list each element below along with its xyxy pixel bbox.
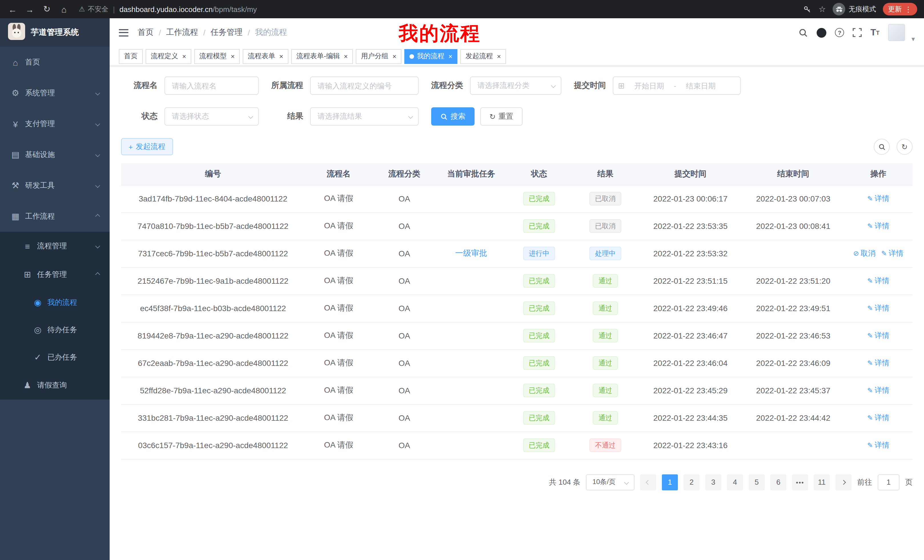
sidebar-item-4[interactable]: ⚒ 研发工具 bbox=[0, 170, 110, 201]
category-select[interactable]: 请选择流程分类 bbox=[470, 76, 561, 95]
page-size-select[interactable]: 10条/页 bbox=[586, 474, 634, 490]
page-button-2[interactable]: 3 bbox=[705, 474, 721, 490]
sidebar-item-7[interactable]: ⊞ 任务管理 bbox=[0, 260, 110, 289]
page-button-1[interactable]: 2 bbox=[684, 474, 700, 490]
help-icon[interactable]: ? bbox=[835, 28, 844, 37]
close-icon[interactable]: × bbox=[344, 52, 348, 60]
security-label: 不安全 bbox=[88, 4, 108, 14]
tab-5[interactable]: 用户分组 × bbox=[356, 49, 402, 64]
cell-status: 进行中 bbox=[506, 240, 572, 267]
browser-home-icon[interactable]: ⌂ bbox=[58, 4, 70, 14]
bookmark-star-icon[interactable]: ☆ bbox=[819, 4, 826, 14]
tab-2[interactable]: 流程模型 × bbox=[194, 49, 240, 64]
close-icon[interactable]: × bbox=[182, 52, 186, 60]
refresh-table-icon[interactable]: ↻ bbox=[897, 139, 913, 155]
page-button-6[interactable]: ••• bbox=[792, 474, 808, 490]
sidebar-item-10[interactable]: ✓ 已办任务 bbox=[0, 344, 110, 371]
page-button-7[interactable]: 11 bbox=[814, 474, 830, 490]
tab-7[interactable]: 发起流程 × bbox=[460, 49, 506, 64]
search-label: 搜索 bbox=[451, 111, 465, 121]
table-row-1: 7470a810-7b9b-11ec-b5b7-acde48001122 OA … bbox=[121, 213, 913, 240]
edit-icon: ✎ bbox=[867, 359, 873, 367]
search-icon[interactable] bbox=[798, 28, 808, 37]
cell-task bbox=[436, 431, 506, 459]
tab-1[interactable]: 流程定义 × bbox=[146, 49, 191, 64]
sidebar-item-6[interactable]: ≡ 流程管理 bbox=[0, 232, 110, 260]
key-icon[interactable] bbox=[803, 5, 812, 13]
status-select[interactable]: 请选择状态 bbox=[165, 107, 259, 126]
detail-action[interactable]: ✎详情 bbox=[867, 331, 890, 341]
sidebar-item-5[interactable]: ▦ 工作流程 bbox=[0, 201, 110, 232]
detail-action[interactable]: ✎详情 bbox=[867, 385, 890, 395]
page-button-0[interactable]: 1 bbox=[662, 474, 678, 490]
page-button-5[interactable]: 6 bbox=[770, 474, 786, 490]
detail-action[interactable]: ✎详情 bbox=[867, 358, 890, 368]
sidebar-item-1[interactable]: ⚙ 系统管理 bbox=[0, 78, 110, 108]
tab-3[interactable]: 流程表单 × bbox=[243, 49, 288, 64]
breadcrumb-item-0[interactable]: 首页 bbox=[138, 27, 154, 38]
goto-page-input[interactable] bbox=[878, 474, 900, 490]
sidebar-item-8[interactable]: ◉ 我的流程 bbox=[0, 289, 110, 316]
detail-action[interactable]: ✎详情 bbox=[867, 193, 890, 204]
submit-time-range[interactable]: ⊞ - bbox=[613, 76, 741, 95]
sidebar-item-9[interactable]: ◎ 待办任务 bbox=[0, 316, 110, 344]
cell-result: 已取消 bbox=[572, 185, 639, 213]
update-button[interactable]: 更新 ⋮ bbox=[883, 3, 917, 15]
detail-action[interactable]: ✎详情 bbox=[881, 248, 903, 259]
chevron-down-icon bbox=[95, 121, 100, 126]
search-button[interactable]: 搜索 bbox=[431, 107, 475, 126]
avatar-caret-icon[interactable]: ▼ bbox=[910, 36, 916, 42]
prev-page-button[interactable] bbox=[640, 474, 656, 490]
detail-action[interactable]: ✎详情 bbox=[867, 440, 890, 451]
next-page-button[interactable] bbox=[836, 474, 852, 490]
reload-icon[interactable]: ↻ bbox=[41, 4, 52, 14]
cancel-action[interactable]: ⊘取消 bbox=[853, 248, 876, 259]
task-link[interactable]: 一级审批 bbox=[455, 248, 487, 258]
page-button-4[interactable]: 5 bbox=[748, 474, 765, 490]
create-process-button[interactable]: + 发起流程 bbox=[121, 138, 173, 155]
tab-4[interactable]: 流程表单-编辑 × bbox=[291, 49, 353, 64]
close-icon[interactable]: × bbox=[448, 52, 452, 60]
page-button-3[interactable]: 4 bbox=[727, 474, 743, 490]
github-icon[interactable] bbox=[817, 28, 826, 37]
font-size-icon[interactable]: TT bbox=[870, 27, 879, 38]
menu-kebab-icon[interactable]: ⋮ bbox=[904, 5, 912, 13]
detail-action[interactable]: ✎详情 bbox=[867, 303, 890, 313]
tab-6[interactable]: 我的流程 × bbox=[404, 49, 458, 64]
close-icon[interactable]: × bbox=[392, 52, 396, 60]
sidebar-item-11[interactable]: ♟ 请假查询 bbox=[0, 371, 110, 400]
close-icon[interactable]: × bbox=[279, 52, 283, 60]
process-name-input[interactable] bbox=[165, 76, 259, 95]
forward-icon[interactable]: → bbox=[24, 4, 35, 14]
sidebar-item-0[interactable]: ⌂ 首页 bbox=[0, 47, 110, 78]
detail-action[interactable]: ✎详情 bbox=[867, 413, 890, 423]
sidebar-toggle[interactable] bbox=[119, 29, 129, 36]
start-date-input[interactable] bbox=[627, 81, 671, 90]
my-process-icon: ◉ bbox=[33, 297, 42, 308]
cell-category: OA bbox=[372, 431, 436, 459]
cell-submit-time: 2022-01-22 23:53:35 bbox=[639, 213, 742, 240]
result-select[interactable]: 请选择流结果 bbox=[310, 107, 418, 126]
avatar[interactable] bbox=[888, 24, 905, 41]
cell-id: 331bc281-7b9a-11ec-a290-acde48001122 bbox=[121, 404, 305, 431]
tab-0[interactable]: 首页 bbox=[119, 49, 143, 64]
reset-button[interactable]: ↻ 重置 bbox=[480, 107, 522, 126]
detail-action[interactable]: ✎详情 bbox=[867, 276, 890, 286]
process-def-input[interactable] bbox=[310, 76, 418, 95]
breadcrumb-item-2[interactable]: 任务管理 bbox=[211, 27, 243, 38]
address-bar[interactable]: ⚠ 不安全 | dashboard.yudao.iocoder.cn/bpm/t… bbox=[79, 4, 798, 14]
security-warning[interactable]: ⚠ 不安全 bbox=[79, 4, 108, 14]
show-search-icon[interactable] bbox=[874, 139, 890, 155]
app-logo[interactable]: 芋道管理系统 bbox=[0, 18, 110, 47]
sidebar-item-2[interactable]: ¥ 支付管理 bbox=[0, 108, 110, 139]
sidebar-item-3[interactable]: ▤ 基础设施 bbox=[0, 139, 110, 170]
breadcrumb-item-1[interactable]: 工作流程 bbox=[166, 27, 198, 38]
status-label: 状态 bbox=[121, 111, 158, 121]
column-header-0: 编号 bbox=[121, 163, 305, 185]
end-date-input[interactable] bbox=[679, 81, 722, 90]
close-icon[interactable]: × bbox=[231, 52, 235, 60]
detail-action[interactable]: ✎详情 bbox=[867, 221, 890, 231]
back-icon[interactable]: ← bbox=[7, 4, 18, 14]
close-icon[interactable]: × bbox=[497, 52, 501, 60]
fullscreen-icon[interactable] bbox=[853, 28, 862, 37]
